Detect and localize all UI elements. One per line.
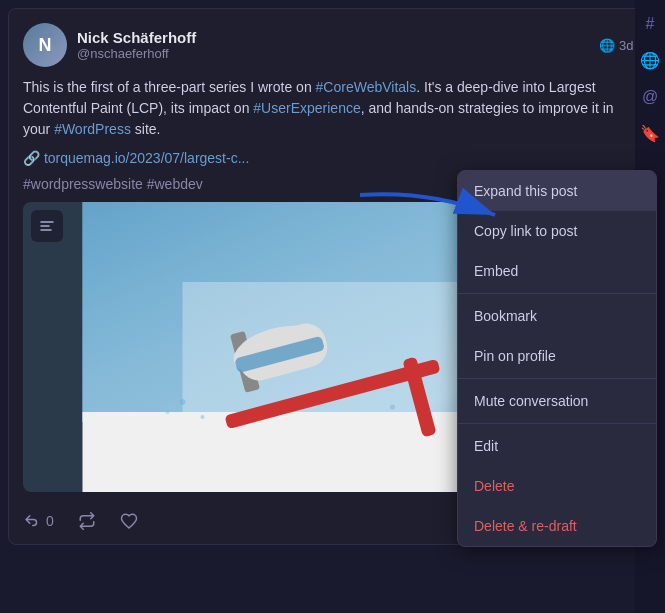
- globe-icon: 🌐: [599, 38, 615, 53]
- menu-expand-label: Expand this post: [474, 183, 578, 199]
- reply-button[interactable]: 0: [23, 512, 54, 530]
- hashtag-userexperience[interactable]: #UserExperience: [253, 100, 360, 116]
- menu-divider-1: [458, 293, 656, 294]
- author-info: N Nick Schäferhoff @nschaeferhoff: [23, 23, 196, 67]
- menu-item-mute[interactable]: Mute conversation: [458, 381, 656, 421]
- menu-pin-label: Pin on profile: [474, 348, 556, 364]
- sidebar-globe-icon[interactable]: 🌐: [640, 51, 660, 70]
- post-link[interactable]: 🔗 torquemag.io/2023/07/largest-c...: [23, 150, 642, 166]
- menu-divider-3: [458, 423, 656, 424]
- reply-count: 0: [46, 513, 54, 529]
- svg-point-10: [180, 399, 186, 405]
- menu-delete-redraft-label: Delete & re-draft: [474, 518, 577, 534]
- menu-item-edit[interactable]: Edit: [458, 426, 656, 466]
- sidebar-bookmark-icon[interactable]: 🔖: [640, 124, 660, 143]
- avatar: N: [23, 23, 67, 67]
- image-badge: [31, 210, 63, 242]
- menu-mute-label: Mute conversation: [474, 393, 588, 409]
- hashtag-wordpress[interactable]: #WordPress: [54, 121, 131, 137]
- svg-point-11: [201, 415, 205, 419]
- post-content: This is the first of a three-part series…: [23, 77, 642, 140]
- menu-edit-label: Edit: [474, 438, 498, 454]
- author-name: Nick Schäferhoff: [77, 29, 196, 46]
- menu-delete-label: Delete: [474, 478, 514, 494]
- menu-item-bookmark[interactable]: Bookmark: [458, 296, 656, 336]
- timestamp: 3d: [619, 38, 633, 53]
- menu-item-embed[interactable]: Embed: [458, 251, 656, 291]
- menu-copy-link-label: Copy link to post: [474, 223, 578, 239]
- repost-button[interactable]: [78, 512, 96, 530]
- menu-item-copy-link[interactable]: Copy link to post: [458, 211, 656, 251]
- svg-point-12: [166, 410, 170, 414]
- author-handle: @nschaeferhoff: [77, 46, 196, 61]
- svg-point-13: [390, 405, 395, 410]
- context-menu: Expand this post Copy link to post Embed…: [457, 170, 657, 547]
- menu-item-pin[interactable]: Pin on profile: [458, 336, 656, 376]
- menu-item-delete-redraft[interactable]: Delete & re-draft: [458, 506, 656, 546]
- sidebar-hashtag-icon[interactable]: #: [646, 15, 655, 33]
- menu-bookmark-label: Bookmark: [474, 308, 537, 324]
- menu-item-expand[interactable]: Expand this post: [458, 171, 656, 211]
- hashtag-corewebvitals[interactable]: #CoreWebVitals: [316, 79, 417, 95]
- sidebar-mention-icon[interactable]: @: [642, 88, 658, 106]
- menu-embed-label: Embed: [474, 263, 518, 279]
- like-button[interactable]: [120, 512, 138, 530]
- menu-divider-2: [458, 378, 656, 379]
- author-details: Nick Schäferhoff @nschaeferhoff: [77, 29, 196, 61]
- post-header: N Nick Schäferhoff @nschaeferhoff 🌐 3d •: [23, 23, 642, 67]
- menu-item-delete[interactable]: Delete: [458, 466, 656, 506]
